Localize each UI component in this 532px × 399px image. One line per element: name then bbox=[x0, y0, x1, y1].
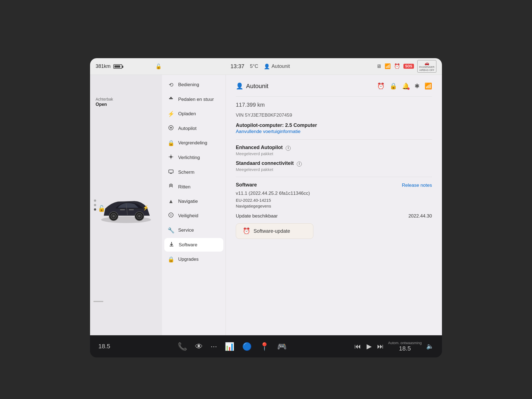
temp-auto-container: Autom. ontwaasming 18.5 bbox=[388, 341, 422, 352]
temp-display-left: 18.5 bbox=[98, 343, 110, 350]
taskbar-maps-icon[interactable]: 📍 bbox=[260, 342, 269, 351]
bediening-label: Bediening bbox=[178, 82, 199, 88]
additional-info-link[interactable]: Aanvullende voertuiginformatie bbox=[236, 129, 432, 134]
status-left: 381km bbox=[96, 63, 151, 69]
svg-rect-12 bbox=[170, 97, 172, 98]
sidebar-item-autopilot[interactable]: Autopilot bbox=[162, 121, 226, 136]
sidebar-item-service[interactable]: 🔧 Service bbox=[162, 223, 226, 237]
notification-icon-header[interactable]: 🔔 bbox=[402, 83, 410, 90]
content-header: 👤 Autounit ⏰ 🔒 🔔 ✱ 📶 bbox=[236, 83, 432, 90]
volume-icon[interactable]: 🔈 bbox=[426, 343, 434, 350]
svg-point-4 bbox=[112, 215, 115, 217]
software-version: v11.1 (2022.44.25.2 6fa1c11346cc) bbox=[236, 191, 432, 196]
alarm-icon-header[interactable]: ⏰ bbox=[377, 83, 385, 90]
software-header: Software Release notes bbox=[236, 182, 432, 188]
slider-bar bbox=[93, 301, 103, 302]
temp-display-right: 18.5 bbox=[399, 345, 411, 352]
autopilot-label: Autopilot bbox=[178, 126, 196, 131]
main-content: Achterbak Open 🔓 bbox=[90, 75, 442, 335]
taskbar-bluetooth-icon[interactable]: 🔵 bbox=[242, 342, 252, 351]
notification-dot bbox=[407, 88, 410, 90]
navigatie-label: Navigatie bbox=[178, 199, 198, 204]
content-icons: ⏰ 🔒 🔔 ✱ 📶 bbox=[377, 83, 432, 90]
content-user: 👤 Autounit bbox=[236, 83, 268, 90]
svg-text:⚡: ⚡ bbox=[143, 205, 149, 211]
nav-data: Navigatiegegevens bbox=[236, 204, 432, 208]
track-controls: ⏮ ▶ ⏭ bbox=[354, 342, 384, 350]
sidebar-item-upgrades[interactable]: 🔒 Upgrades bbox=[162, 252, 226, 267]
verlichting-icon bbox=[168, 154, 174, 161]
ritten-label: Ritten bbox=[178, 184, 190, 190]
update-label: Update beschikbaar bbox=[236, 213, 278, 219]
taskbar-camera-icon[interactable]: 👁 bbox=[195, 342, 203, 351]
standard-connectivity-sub: Meegeleverd pakket bbox=[236, 167, 432, 172]
sidebar-item-pedalen[interactable]: Pedalen en stuur bbox=[162, 92, 226, 107]
sidebar-item-opladen[interactable]: ⚡ Opladen bbox=[162, 107, 226, 121]
release-notes-link[interactable]: Release notes bbox=[402, 183, 432, 188]
status-temp: 5°C bbox=[250, 63, 258, 69]
sos-badge: SOS bbox=[403, 64, 414, 69]
divider-1 bbox=[236, 96, 432, 97]
odometer-status: 381km bbox=[96, 63, 111, 69]
svg-point-14 bbox=[170, 127, 172, 129]
veiligheid-icon bbox=[168, 212, 174, 219]
bluetooth-icon-header[interactable]: ✱ bbox=[415, 83, 420, 90]
play-btn[interactable]: ▶ bbox=[367, 342, 372, 350]
car-status-label: Achterbak bbox=[96, 97, 113, 101]
software-section-label: Software bbox=[236, 182, 257, 188]
divider-3 bbox=[236, 177, 432, 177]
wifi-icon-header[interactable]: 📶 bbox=[424, 83, 432, 90]
vin-row: VIN 5YJ3E7EB0KF207459 bbox=[236, 112, 432, 118]
vergrendeling-icon: 🔒 bbox=[168, 140, 174, 146]
enhanced-autopilot-row: Enhanced Autopilot i Meegeleverd pakket bbox=[236, 145, 432, 156]
lock-status-icon: 🔓 bbox=[155, 63, 162, 70]
svg-point-15 bbox=[170, 156, 172, 158]
sidebar-item-verlichting[interactable]: Verlichting bbox=[162, 150, 226, 165]
sidebar: ⟲ Bediening Pedalen en stuur ⚡ Opladen A… bbox=[162, 75, 226, 335]
enhanced-autopilot-info-icon[interactable]: i bbox=[286, 146, 291, 151]
autopilot-computer-row: Autopilot-computer: 2.5 Computer Aanvull… bbox=[236, 122, 432, 134]
svg-rect-9 bbox=[129, 209, 134, 210]
enhanced-autopilot-label: Enhanced Autopilot i bbox=[236, 145, 432, 151]
navigatie-icon: ▲ bbox=[168, 198, 174, 204]
upgrades-label: Upgrades bbox=[178, 257, 199, 262]
user-name: Autounit bbox=[246, 83, 268, 90]
next-track-btn[interactable]: ⏭ bbox=[377, 342, 384, 350]
ritten-icon bbox=[168, 183, 174, 190]
car-status-value: Open bbox=[96, 102, 107, 107]
svg-rect-8 bbox=[120, 209, 125, 210]
sidebar-item-navigatie[interactable]: ▲ Navigatie bbox=[162, 194, 226, 208]
svg-point-23 bbox=[170, 214, 172, 216]
taskbar-right: ⏮ ▶ ⏭ Autom. ontwaasming 18.5 🔈 bbox=[354, 341, 434, 352]
sidebar-item-bediening[interactable]: ⟲ Bediening bbox=[162, 78, 226, 92]
prev-track-btn[interactable]: ⏮ bbox=[354, 342, 361, 350]
passenger-airbag-badge: 🚗 PASSENGER AIRBAG OFF bbox=[417, 60, 436, 72]
wifi-icon: 📶 bbox=[385, 63, 391, 69]
svg-point-7 bbox=[138, 215, 140, 217]
sidebar-item-scherm[interactable]: Scherm bbox=[162, 165, 226, 180]
auto-label: Autom. ontwaasming bbox=[388, 341, 422, 345]
software-icon bbox=[168, 241, 175, 248]
divider-2 bbox=[236, 139, 432, 140]
taskbar-more-icon[interactable]: ··· bbox=[211, 342, 217, 351]
pagination-dots bbox=[94, 200, 96, 211]
scherm-label: Scherm bbox=[178, 170, 195, 175]
taskbar-games-icon[interactable]: 🎮 bbox=[277, 342, 287, 351]
taskbar-phone-icon[interactable]: 📞 bbox=[178, 342, 187, 351]
sidebar-item-software[interactable]: Software bbox=[164, 238, 223, 252]
screen-icon: 🖥 bbox=[376, 63, 381, 69]
lock-icon-header[interactable]: 🔒 bbox=[390, 83, 397, 90]
taskbar-cards-icon[interactable]: 📊 bbox=[225, 342, 234, 351]
dot-1 bbox=[94, 200, 96, 202]
software-update-button[interactable]: ⏰ Software-update bbox=[236, 223, 313, 239]
update-button-label: Software-update bbox=[254, 228, 290, 234]
user-icon: 👤 bbox=[236, 83, 243, 90]
odometer-value: 117.399 km bbox=[236, 102, 432, 108]
sidebar-item-vergrendeling[interactable]: 🔒 Vergrendeling bbox=[162, 136, 226, 150]
sidebar-item-ritten[interactable]: Ritten bbox=[162, 180, 226, 194]
vin-value: VIN 5YJ3E7EB0KF207459 bbox=[236, 112, 432, 118]
sidebar-item-veiligheid[interactable]: Veiligheid bbox=[162, 208, 226, 223]
taskbar-left: 18.5 bbox=[98, 343, 110, 350]
software-label: Software bbox=[179, 242, 197, 248]
standard-connectivity-info-icon[interactable]: i bbox=[297, 162, 302, 167]
